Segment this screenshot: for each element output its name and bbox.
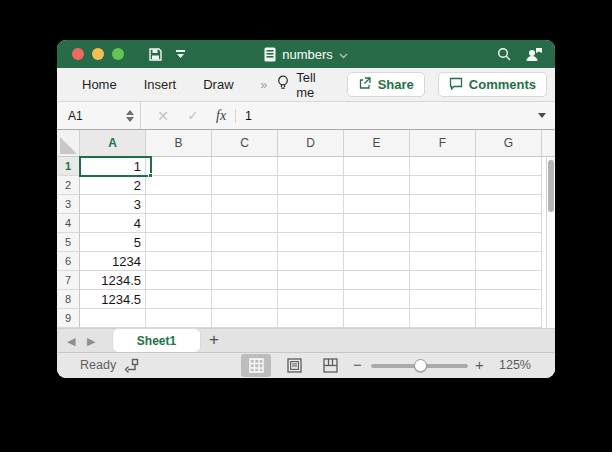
cell-C5[interactable] [212,233,278,252]
cell-G3[interactable] [476,195,542,214]
cell-G1[interactable] [476,157,542,176]
minimize-button[interactable] [92,48,104,60]
cell-B4[interactable] [146,214,212,233]
cell-E5[interactable] [344,233,410,252]
cell-C3[interactable] [212,195,278,214]
formula-bar-expand-icon[interactable] [538,113,546,118]
cell-D1[interactable] [278,157,344,176]
confirm-entry-icon[interactable]: ✓ [185,108,201,123]
cell-C7[interactable] [212,271,278,290]
title-chevron-icon[interactable] [339,45,348,63]
cell-F9[interactable] [410,309,476,328]
formula-input[interactable]: 1 [245,109,252,123]
cell-C8[interactable] [212,290,278,309]
cell-D3[interactable] [278,195,344,214]
cell-A7[interactable]: 1234.5 [80,271,146,290]
share-button[interactable]: Share [347,72,425,97]
cell-E7[interactable] [344,271,410,290]
cell-B6[interactable] [146,252,212,271]
cell-D5[interactable] [278,233,344,252]
cell-E4[interactable] [344,214,410,233]
column-header-B[interactable]: B [146,130,212,156]
cell-A1[interactable]: 1 [80,157,146,176]
close-button[interactable] [72,48,84,60]
account-icon[interactable] [525,47,543,62]
cell-B8[interactable] [146,290,212,309]
zoom-button[interactable] [112,48,124,60]
zoom-out-button[interactable]: − [353,356,362,373]
cell-F2[interactable] [410,176,476,195]
zoom-level[interactable]: 125% [499,358,531,372]
row-header-1[interactable]: 1 [57,157,80,176]
cell-E3[interactable] [344,195,410,214]
cell-B1[interactable] [146,157,212,176]
insert-function-icon[interactable]: fx [216,108,226,124]
cell-F7[interactable] [410,271,476,290]
cell-F5[interactable] [410,233,476,252]
cell-G7[interactable] [476,271,542,290]
cell-F6[interactable] [410,252,476,271]
tell-me-button[interactable]: Tell me [277,70,333,100]
comments-button[interactable]: Comments [438,72,547,97]
cell-A3[interactable]: 3 [80,195,146,214]
cell-B3[interactable] [146,195,212,214]
macro-record-icon[interactable] [123,357,140,378]
row-header-4[interactable]: 4 [57,214,80,233]
row-header-8[interactable]: 8 [57,290,80,309]
row-header-7[interactable]: 7 [57,271,80,290]
sheet-tab-sheet1[interactable]: Sheet1 [113,329,200,352]
qat-dropdown-icon[interactable] [175,49,186,59]
row-header-2[interactable]: 2 [57,176,80,195]
normal-view-button[interactable] [241,354,271,377]
vertical-scrollbar-thumb[interactable] [548,160,554,212]
cell-C2[interactable] [212,176,278,195]
zoom-slider[interactable] [371,364,468,368]
column-header-F[interactable]: F [410,130,476,156]
cell-A2[interactable]: 2 [80,176,146,195]
cell-G8[interactable] [476,290,542,309]
cell-C1[interactable] [212,157,278,176]
search-icon[interactable] [497,47,511,61]
zoom-in-button[interactable]: + [475,356,484,373]
cell-A4[interactable]: 4 [80,214,146,233]
cell-G2[interactable] [476,176,542,195]
add-sheet-button[interactable]: + [209,330,219,350]
cell-D6[interactable] [278,252,344,271]
column-header-E[interactable]: E [344,130,410,156]
cancel-entry-icon[interactable]: ✕ [155,108,171,124]
cell-G5[interactable] [476,233,542,252]
cell-B2[interactable] [146,176,212,195]
cell-B9[interactable] [146,309,212,328]
save-icon[interactable] [148,47,163,62]
name-box-stepper[interactable] [126,102,134,129]
cell-C4[interactable] [212,214,278,233]
cell-F3[interactable] [410,195,476,214]
cell-A5[interactable]: 5 [80,233,146,252]
cell-F8[interactable] [410,290,476,309]
cell-G4[interactable] [476,214,542,233]
tab-insert[interactable]: Insert [144,77,177,92]
column-header-A[interactable]: A [80,130,146,156]
cell-A9[interactable] [80,309,146,328]
row-header-3[interactable]: 3 [57,195,80,214]
cell-E1[interactable] [344,157,410,176]
cell-B7[interactable] [146,271,212,290]
cell-E2[interactable] [344,176,410,195]
sheet-nav-left-icon[interactable]: ◀ [67,335,75,348]
cell-D2[interactable] [278,176,344,195]
tab-home[interactable]: Home [82,77,117,92]
cell-G9[interactable] [476,309,542,328]
cell-C6[interactable] [212,252,278,271]
cell-D4[interactable] [278,214,344,233]
cell-C9[interactable] [212,309,278,328]
page-break-view-button[interactable] [315,354,345,377]
row-header-5[interactable]: 5 [57,233,80,252]
cell-D9[interactable] [278,309,344,328]
vertical-scrollbar[interactable] [546,157,555,328]
cell-E8[interactable] [344,290,410,309]
column-header-G[interactable]: G [476,130,542,156]
cell-E9[interactable] [344,309,410,328]
name-box[interactable]: A1 [57,102,141,129]
row-header-6[interactable]: 6 [57,252,80,271]
sheet-nav-right-icon[interactable]: ▶ [87,335,95,348]
